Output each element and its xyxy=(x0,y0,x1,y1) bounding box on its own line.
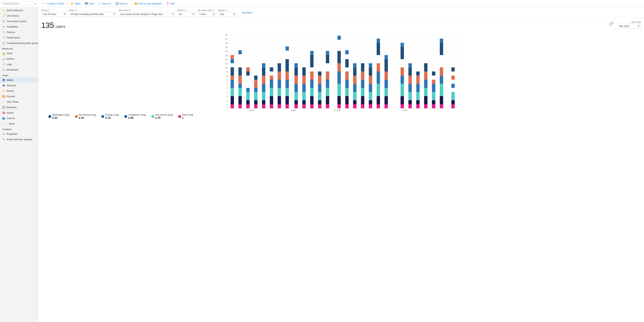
bar-6[interactable] xyxy=(270,67,273,108)
bar-12[interactable] xyxy=(318,71,321,108)
main-content: + + Create a Cohort 📂 Open 💾 Save 📄 Save… xyxy=(38,0,644,322)
live-metrics-icon: 📈 xyxy=(2,14,5,17)
bar-22[interactable] xyxy=(408,63,412,108)
search-input[interactable] xyxy=(2,1,34,6)
svg-rect-216 xyxy=(452,67,455,71)
sidebar-item-users[interactable]: 👤 Users xyxy=(0,77,38,83)
sidebar-item-properties[interactable]: ⚙ Properties xyxy=(0,131,38,137)
bar-5[interactable] xyxy=(262,63,265,108)
save-as-button[interactable]: 📄 Save As xyxy=(96,1,113,6)
show-select[interactable]: All Users including synthetic traffic xyxy=(69,12,116,16)
collapse-sidebar-button[interactable]: « xyxy=(35,2,36,5)
svg-rect-179 xyxy=(408,104,412,108)
chart-type-select[interactable]: Bar chart Line chart Area chart xyxy=(617,24,641,28)
bar-8[interactable] xyxy=(286,46,289,108)
by-value-info-icon[interactable]: i xyxy=(212,9,214,11)
save-button[interactable]: 💾 Save xyxy=(83,1,96,6)
sidebar-item-sessions[interactable]: 💻 Sessions xyxy=(0,83,38,88)
svg-rect-168 xyxy=(384,80,388,88)
during-select[interactable]: Last 24 hours xyxy=(41,12,67,16)
legend-label-des-moines: Des Moines (Avg) xyxy=(79,114,96,116)
refresh-button[interactable]: 🔄 Refresh xyxy=(114,1,130,6)
svg-rect-71 xyxy=(262,63,265,67)
svg-text:8: 8 xyxy=(226,75,228,77)
sidebar-item-user-flows[interactable]: ↔ User Flows xyxy=(0,99,38,104)
split-by-select[interactable]: City xyxy=(218,12,236,16)
legend-label-other: Other (Avg) xyxy=(182,114,193,116)
bar-19[interactable] xyxy=(376,39,380,108)
add-filters-link[interactable]: Add filters xyxy=(239,10,252,15)
during-filter: During i Last 24 hours xyxy=(41,9,67,16)
bar-13[interactable] xyxy=(326,51,329,108)
show-info-icon[interactable]: i xyxy=(75,9,77,11)
bar-18[interactable] xyxy=(369,63,372,108)
bar-24[interactable] xyxy=(424,63,427,108)
feedback-button[interactable]: 😊 Give us your feedback xyxy=(132,1,164,6)
availability-icon: ● xyxy=(2,25,5,28)
svg-rect-94 xyxy=(294,84,298,92)
events-info-icon[interactable]: i xyxy=(184,9,186,11)
svg-rect-141 xyxy=(353,84,356,92)
bar-16[interactable] xyxy=(353,63,356,108)
sidebar-item-availability[interactable]: ● Availability xyxy=(0,24,38,29)
bar-27[interactable] xyxy=(452,67,455,108)
during-info-icon[interactable]: i xyxy=(48,9,50,11)
sidebar-item-alerts[interactable]: 🔔 Alerts xyxy=(0,50,38,56)
svg-rect-49 xyxy=(238,84,242,88)
bar-4[interactable] xyxy=(254,75,258,108)
bar-26[interactable] xyxy=(440,39,443,108)
bar-23[interactable] xyxy=(416,71,420,108)
svg-rect-142 xyxy=(353,75,356,84)
chart-info-icon[interactable]: 🔗 xyxy=(609,21,614,26)
svg-rect-156 xyxy=(369,67,372,75)
svg-text:3: 3 xyxy=(226,95,228,97)
svg-rect-69 xyxy=(262,75,265,84)
sidebar-item-impact[interactable]: 🎯 Impact xyxy=(0,110,38,115)
bar-14[interactable] xyxy=(338,36,341,108)
svg-rect-130 xyxy=(338,36,341,40)
sidebar-item-metrics[interactable]: 📊 Metrics xyxy=(0,56,38,61)
sidebar-item-live-metrics[interactable]: 📈 Live metrics xyxy=(0,13,38,18)
bar-17[interactable] xyxy=(361,63,364,108)
events-select[interactable]: All xyxy=(178,12,196,16)
feedback-icon: 😊 xyxy=(134,2,137,5)
sidebar-item-more[interactable]: ··· ... More xyxy=(0,121,38,126)
help-button[interactable]: ❓ Help xyxy=(164,1,177,6)
sidebar-item-funnels[interactable]: ⏬ Funnels xyxy=(0,93,38,99)
create-cohort-button[interactable]: + + Create a Cohort xyxy=(41,1,66,6)
bar-25[interactable] xyxy=(432,71,435,108)
open-button[interactable]: 📂 Open xyxy=(69,1,82,6)
svg-text:17: 17 xyxy=(225,38,228,40)
who-used-info-icon[interactable]: i xyxy=(128,9,131,11)
sidebar-item-smart-detection[interactable]: ⚡ Smart detection xyxy=(0,7,38,13)
split-by-info-icon[interactable]: i xyxy=(226,9,228,11)
bar-10[interactable] xyxy=(302,67,306,108)
sidebar-item-cohorts[interactable]: 👥 Cohorts xyxy=(0,115,38,121)
svg-rect-150 xyxy=(361,63,364,71)
sidebar-item-logs[interactable]: 📝 Logs xyxy=(0,61,38,67)
bar-11[interactable] xyxy=(310,51,314,108)
by-value-select[interactable]: 1 hour xyxy=(198,12,216,16)
bar-15[interactable] xyxy=(345,50,349,108)
bar-9[interactable] xyxy=(294,63,298,108)
bar-7[interactable] xyxy=(278,63,281,108)
svg-rect-137 xyxy=(345,50,349,54)
sidebar-item-smart-detection-settings[interactable]: 🔧 Smart detection settings xyxy=(0,137,38,142)
bar-2[interactable] xyxy=(238,50,242,108)
sidebar-item-workbooks[interactable]: 📖 Workbooks xyxy=(0,67,38,72)
sidebar-item-troubleshooting[interactable]: 📋 Troubleshooting guides (preview) xyxy=(0,40,38,46)
svg-rect-204 xyxy=(440,104,443,108)
bar-1[interactable] xyxy=(230,55,234,108)
sidebar-item-retention[interactable]: 🔄 Retention xyxy=(0,104,38,110)
svg-text:9: 9 xyxy=(226,71,228,73)
sidebar-item-events[interactable]: ⚡ Events xyxy=(0,88,38,93)
bar-3[interactable] xyxy=(246,67,250,108)
bar-21[interactable] xyxy=(400,43,404,108)
who-used-select[interactable]: Any Custom Events, Request or Page View xyxy=(119,12,175,16)
bar-20[interactable] xyxy=(384,55,388,108)
sidebar-item-performance[interactable]: ⏱ Performance xyxy=(0,35,38,40)
sidebar-item-transaction-search[interactable]: 🔍 Transaction search xyxy=(0,18,38,24)
svg-rect-213 xyxy=(452,92,455,100)
sidebar-item-failures[interactable]: 📉 Failures xyxy=(0,29,38,35)
monitoring-section-label: Monitoring xyxy=(0,46,38,50)
